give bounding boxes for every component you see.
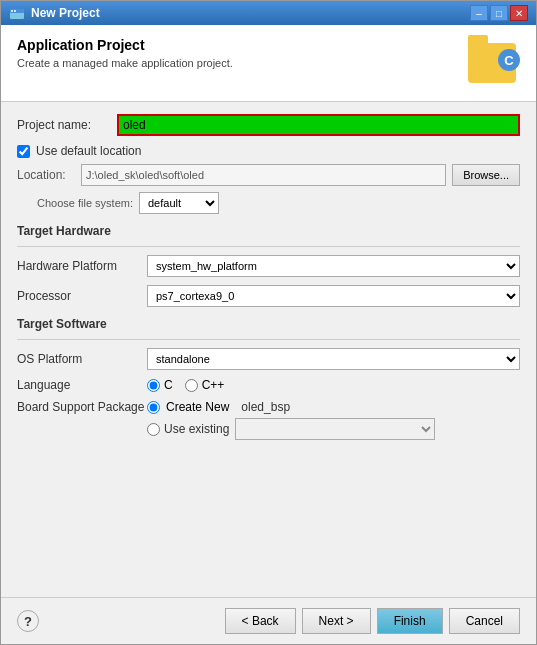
footer: ? < Back Next > Finish Cancel [1, 597, 536, 644]
bsp-radio-group: Create New oled_bsp [147, 400, 290, 414]
footer-left: ? [17, 610, 39, 632]
os-platform-label: OS Platform [17, 352, 147, 366]
filesystem-select[interactable]: default [139, 192, 219, 214]
language-cpp-label: C++ [202, 378, 225, 392]
title-bar: New Project – □ ✕ [1, 1, 536, 25]
use-existing-radio[interactable] [147, 423, 160, 436]
target-hardware-divider [17, 246, 520, 247]
minimize-button[interactable]: – [470, 5, 488, 21]
create-new-label: Create New [166, 400, 229, 414]
os-platform-select[interactable]: standalone [147, 348, 520, 370]
location-input[interactable] [81, 164, 446, 186]
use-default-location-checkbox[interactable] [17, 145, 30, 158]
folder-icon: C [468, 43, 516, 83]
close-button[interactable]: ✕ [510, 5, 528, 21]
title-controls: – □ ✕ [470, 5, 528, 21]
target-software-title: Target Software [17, 317, 520, 331]
bsp-name: oled_bsp [241, 400, 290, 414]
help-button[interactable]: ? [17, 610, 39, 632]
language-row: Language C C++ [17, 378, 520, 392]
project-name-label: Project name: [17, 118, 117, 132]
language-c-radio[interactable] [147, 379, 160, 392]
language-c-label: C [164, 378, 173, 392]
location-row: Location: Browse... [17, 164, 520, 186]
header-title: Application Project [17, 37, 233, 53]
form-content: Project name: Use default location Locat… [1, 102, 536, 597]
folder-c-badge: C [498, 49, 520, 71]
processor-select[interactable]: ps7_cortexa9_0 [147, 285, 520, 307]
header-icon: C [468, 37, 520, 89]
use-default-location-label: Use default location [36, 144, 141, 158]
target-software-divider [17, 339, 520, 340]
finish-button[interactable]: Finish [377, 608, 443, 634]
bsp-existing-row: Use existing [17, 418, 520, 440]
filesystem-row: Choose file system: default [17, 192, 520, 214]
processor-row: Processor ps7_cortexa9_0 [17, 285, 520, 307]
svg-point-3 [14, 10, 16, 12]
title-bar-left: New Project [9, 5, 100, 21]
svg-point-2 [11, 10, 13, 12]
bsp-label: Board Support Package [17, 400, 147, 414]
language-radio-group: C C++ [147, 378, 224, 392]
cancel-button[interactable]: Cancel [449, 608, 520, 634]
language-c-option[interactable]: C [147, 378, 173, 392]
window-title: New Project [31, 6, 100, 20]
header-text: Application Project Create a managed mak… [17, 37, 233, 69]
hardware-platform-label: Hardware Platform [17, 259, 147, 273]
maximize-button[interactable]: □ [490, 5, 508, 21]
header-subtitle: Create a managed make application projec… [17, 57, 233, 69]
header-section: Application Project Create a managed mak… [1, 25, 536, 102]
language-label: Language [17, 378, 147, 392]
bsp-row: Board Support Package Create New oled_bs… [17, 400, 520, 414]
processor-label: Processor [17, 289, 147, 303]
project-name-input[interactable] [117, 114, 520, 136]
use-existing-label: Use existing [164, 422, 229, 436]
next-button[interactable]: Next > [302, 608, 371, 634]
filesystem-label: Choose file system: [37, 197, 133, 209]
target-hardware-title: Target Hardware [17, 224, 520, 238]
location-label: Location: [17, 168, 81, 182]
language-cpp-radio[interactable] [185, 379, 198, 392]
main-window: New Project – □ ✕ Application Project Cr… [0, 0, 537, 645]
footer-right: < Back Next > Finish Cancel [225, 608, 520, 634]
use-default-location-row: Use default location [17, 144, 520, 158]
back-button[interactable]: < Back [225, 608, 296, 634]
language-cpp-option[interactable]: C++ [185, 378, 225, 392]
window-icon [9, 5, 25, 21]
os-platform-row: OS Platform standalone [17, 348, 520, 370]
create-new-radio[interactable] [147, 401, 160, 414]
hardware-platform-select[interactable]: system_hw_platform [147, 255, 520, 277]
project-name-row: Project name: [17, 114, 520, 136]
browse-button[interactable]: Browse... [452, 164, 520, 186]
bsp-existing-select[interactable] [235, 418, 435, 440]
hardware-platform-row: Hardware Platform system_hw_platform [17, 255, 520, 277]
